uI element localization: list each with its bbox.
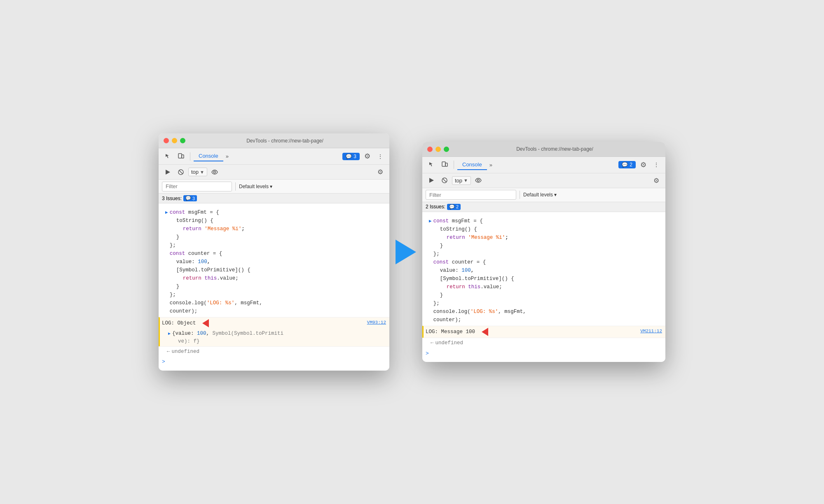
right-vm-link[interactable]: VM211:12 [640, 328, 662, 335]
left-settings-icon[interactable]: ⚙ [361, 151, 373, 162]
left-code-counter2: counter); [170, 308, 198, 314]
left-expand-chevron[interactable]: ▶ [165, 209, 168, 217]
left-code-const: const [170, 210, 188, 215]
svg-rect-0 [178, 154, 182, 158]
left-code-counter: counter = { [188, 251, 222, 257]
left-code-symbol: [Symbol.toPrimitive]() { [176, 266, 250, 274]
right-issues-badge-icon: 💬 [449, 204, 455, 210]
right-code-consolelog: console.log('LOG: %s', msgFmt, [433, 309, 526, 315]
right-code-counter: counter = { [452, 259, 486, 265]
left-top-dropdown-icon: ▼ [200, 170, 204, 175]
right-maximize-button[interactable] [444, 147, 449, 152]
right-log-line: LOG: Message 100 VM211:12 [422, 326, 665, 338]
right-code-block: const msgFmt = { toString() { return 'Me… [433, 217, 526, 324]
right-block-icon[interactable] [439, 175, 450, 186]
right-prompt-line[interactable]: > [422, 348, 665, 359]
left-vm-link[interactable]: VM93:12 [367, 319, 386, 326]
right-code-semi2: }; [433, 301, 440, 306]
svg-rect-7 [442, 162, 445, 166]
left-log-detail-text: {value: 100, Symbol(Symbol.toPrimiti ve)… [172, 330, 283, 345]
right-code-const: const [433, 218, 452, 224]
left-log-line: LOG: Object VM93:12 [159, 317, 389, 329]
right-titlebar: DevTools - chrome://new-tab-page/ [422, 142, 665, 157]
svg-rect-2 [182, 155, 184, 158]
right-minimize-button[interactable] [435, 147, 441, 152]
scene: DevTools - chrome://new-tab-page/ Consol… [159, 133, 665, 371]
left-code-tostring: toString() { [176, 217, 213, 225]
right-tab-container: Console » [457, 160, 494, 170]
svg-line-11 [443, 179, 447, 182]
left-badge: 💬 3 [342, 153, 360, 160]
right-issues-count: 2 [456, 204, 459, 209]
left-eye-icon[interactable] [209, 166, 220, 178]
right-code-semi1: }; [433, 251, 440, 257]
left-inspect-icon[interactable] [162, 151, 173, 162]
right-code-return1: return 'Message %i'; [447, 233, 508, 242]
left-minimize-button[interactable] [172, 138, 177, 143]
svg-marker-9 [429, 178, 434, 183]
right-tab-more[interactable]: » [488, 160, 494, 170]
right-code-return2: return this.value; [447, 283, 502, 291]
left-prompt-line[interactable]: > [159, 357, 389, 367]
left-code-block: const msgFmt = { toString() { return 'Me… [170, 208, 262, 315]
right-eye-icon[interactable] [473, 175, 484, 186]
left-code-consolelog: console.log('LOG: %s', msgFmt, [170, 300, 262, 306]
left-detail-expand[interactable]: ▶ [168, 331, 171, 337]
right-badge-count: 2 [630, 162, 632, 168]
right-issues-label: 2 Issues: [426, 204, 445, 210]
left-close-button[interactable] [164, 138, 169, 143]
right-code-brace2: } [440, 291, 443, 299]
right-gear-icon[interactable]: ⚙ [651, 175, 662, 186]
right-code-counter2: counter); [433, 317, 461, 323]
right-console-tab[interactable]: Console [457, 160, 487, 170]
left-maximize-button[interactable] [180, 138, 185, 143]
right-undefined-line: ← undefined [422, 338, 665, 348]
right-default-levels[interactable]: Default levels ▾ [523, 192, 557, 198]
left-titlebar: DevTools - chrome://new-tab-page/ [159, 133, 389, 148]
svg-rect-8 [445, 163, 447, 166]
left-play-icon[interactable] [162, 166, 173, 178]
left-code-semi1: }; [170, 243, 176, 248]
left-more-icon[interactable]: ⋮ [375, 151, 386, 162]
left-code-brace2: } [176, 282, 180, 291]
right-console-content: ▶ const msgFmt = { toString() { return '… [422, 212, 665, 362]
left-window-title: DevTools - chrome://new-tab-page/ [185, 138, 384, 144]
right-filter-bar: Default levels ▾ [422, 188, 665, 202]
left-code-msgfmt: msgFmt = { [188, 210, 219, 215]
left-code-semi2: }; [170, 292, 176, 298]
right-expand-chevron[interactable]: ▶ [429, 218, 432, 225]
right-badge-icon: 💬 [622, 162, 628, 168]
right-more-icon[interactable]: ⋮ [651, 159, 662, 170]
right-close-button[interactable] [427, 147, 433, 152]
left-main-toolbar: Console » 💬 3 ⚙ ⋮ [159, 148, 389, 165]
right-settings-icon[interactable]: ⚙ [637, 159, 649, 170]
left-issues-label: 3 Issues: [162, 196, 182, 201]
right-code-expand: ▶ const msgFmt = { toString() { return '… [422, 215, 665, 326]
left-device-icon[interactable] [175, 151, 187, 162]
right-top-dropdown-icon: ▼ [464, 178, 468, 183]
right-code-msgfmt: msgFmt = { [452, 218, 483, 224]
right-filter-input[interactable] [426, 190, 516, 200]
left-gear-icon[interactable]: ⚙ [375, 166, 386, 178]
right-code-symbol: [Symbol.toPrimitive]() { [440, 275, 514, 283]
left-log-left: LOG: Object [162, 319, 364, 327]
right-badge: 💬 2 [618, 161, 636, 168]
left-window-controls [164, 138, 185, 143]
right-device-icon[interactable] [439, 159, 450, 170]
left-tab-container: Console » [194, 151, 230, 161]
right-inspect-icon[interactable] [426, 159, 437, 170]
left-console-tab[interactable]: Console [194, 151, 223, 161]
left-tab-more[interactable]: » [224, 152, 230, 161]
left-badge-count: 3 [353, 154, 356, 159]
right-top-selector[interactable]: top ▼ [452, 176, 471, 185]
left-code-value: value: 100, [176, 258, 211, 266]
left-prompt-symbol: > [162, 359, 165, 365]
right-play-icon[interactable] [426, 175, 437, 186]
left-code-return2: return this.value; [183, 274, 239, 282]
arrow-container [389, 240, 422, 264]
left-block-icon[interactable] [175, 166, 187, 178]
left-default-levels[interactable]: Default levels ▾ [239, 184, 272, 189]
right-top-label: top [455, 177, 462, 184]
left-top-selector[interactable]: top ▼ [188, 168, 207, 176]
left-filter-input[interactable] [162, 182, 232, 191]
